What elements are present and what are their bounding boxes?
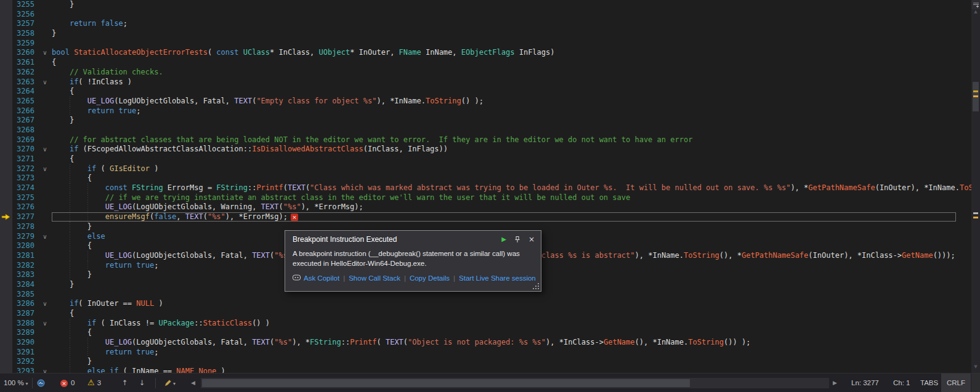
breakpoint-margin[interactable]	[0, 126, 12, 135]
code-text[interactable]: if ( GIsEditor )	[52, 164, 980, 174]
breakpoint-margin[interactable]	[0, 135, 12, 145]
breakpoint-margin[interactable]	[0, 116, 12, 126]
breakpoint-margin[interactable]	[0, 87, 12, 97]
code-text[interactable]: bool StaticAllocateObjectErrorTests( con…	[52, 48, 980, 58]
column-indicator[interactable]: Ch: 1	[893, 374, 910, 392]
code-text[interactable]	[52, 10, 980, 20]
code-text[interactable]: return true;	[52, 348, 980, 358]
warning-indicator[interactable]: ⚠3	[87, 374, 101, 392]
breakpoint-margin[interactable]	[0, 164, 12, 174]
code-text[interactable]: return true;	[52, 106, 980, 116]
code-text[interactable]: if( InOuter == NULL )	[52, 299, 980, 309]
code-text[interactable]: {	[52, 328, 980, 338]
breakpoint-margin[interactable]	[0, 222, 12, 232]
code-text[interactable]	[52, 39, 980, 49]
breakpoint-margin[interactable]	[0, 10, 12, 20]
eol-indicator[interactable]: CRLF	[941, 374, 971, 392]
breakpoint-margin[interactable]	[0, 328, 12, 338]
breakpoint-margin[interactable]	[0, 78, 12, 87]
breakpoint-margin[interactable]	[0, 280, 12, 290]
breakpoint-margin[interactable]	[0, 0, 12, 10]
vertical-scrollbar[interactable]: ▲ ▼	[971, 0, 980, 373]
copy-details-link[interactable]: Copy Details	[410, 274, 450, 282]
breakpoint-margin[interactable]	[0, 174, 12, 183]
code-text[interactable]: // if we are trying instantiate an abstr…	[52, 193, 980, 203]
breakpoint-margin[interactable]	[0, 193, 12, 203]
breakpoint-margin[interactable]	[0, 338, 12, 348]
breakpoint-margin[interactable]	[0, 232, 12, 242]
breakpoint-margin[interactable]	[0, 154, 12, 164]
continue-button[interactable]: ▶	[501, 236, 506, 243]
close-icon[interactable]: ×	[528, 236, 535, 243]
code-text[interactable]: ensureMsgf(false, TEXT("%s"), *ErrorMsg)…	[52, 212, 980, 222]
code-text[interactable]: if (FScopedAllowAbstractClassAllocation:…	[52, 145, 980, 154]
breakpoint-margin[interactable]	[0, 241, 12, 251]
breakpoint-margin[interactable]	[0, 68, 12, 78]
breakpoint-margin[interactable]	[0, 261, 12, 271]
prev-issue-button[interactable]: ↑	[122, 374, 128, 392]
code-text[interactable]: UE_LOG(LogUObjectGlobals, Fatal, TEXT("%…	[52, 338, 980, 348]
breakpoint-margin[interactable]	[0, 58, 12, 68]
breakpoint-margin[interactable]	[0, 319, 12, 329]
breakpoint-margin[interactable]	[0, 106, 12, 116]
fold-chevron-icon[interactable]: ∨	[38, 145, 52, 154]
error-indicator[interactable]: ×0	[60, 374, 75, 392]
code-text[interactable]: {	[52, 309, 980, 319]
execution-pointer-margin[interactable]	[0, 212, 12, 222]
code-cleanup-button[interactable]: ▾	[164, 374, 176, 392]
code-text[interactable]: {	[52, 174, 980, 183]
fold-chevron-icon[interactable]: ∨	[38, 164, 52, 174]
breakpoint-margin[interactable]	[0, 270, 12, 280]
show-call-stack-link[interactable]: Show Call Stack	[349, 274, 400, 282]
code-text[interactable]: return false;	[52, 19, 980, 29]
ask-copilot-link[interactable]: Ask Copilot	[304, 274, 339, 282]
code-text[interactable]: const FString ErrorMsg = FString::Printf…	[52, 183, 980, 193]
fold-chevron-icon[interactable]: ∨	[38, 319, 52, 329]
fold-chevron-icon[interactable]: ∨	[38, 367, 52, 373]
breakpoint-margin[interactable]	[0, 251, 12, 261]
breakpoint-margin[interactable]	[0, 183, 12, 193]
scroll-down-icon[interactable]: ▼	[971, 364, 980, 369]
breakpoint-margin[interactable]	[0, 39, 12, 49]
fold-chevron-icon[interactable]: ∨	[38, 232, 52, 242]
code-text[interactable]: UE_LOG(LogUObjectGlobals, Warning, TEXT(…	[52, 202, 980, 212]
breakpoint-margin[interactable]	[0, 29, 12, 39]
hscroll-left-arrow[interactable]: ◀	[191, 374, 195, 392]
breakpoint-margin[interactable]	[0, 348, 12, 358]
resize-grip[interactable]	[538, 288, 539, 289]
breakpoint-margin[interactable]	[0, 145, 12, 154]
code-text[interactable]: {	[52, 87, 980, 97]
code-text[interactable]: else if ( InName == NAME_None )	[52, 367, 980, 373]
start-live-share-link[interactable]: Start Live Share session	[459, 274, 536, 282]
line-indicator[interactable]: Ln: 3277	[851, 374, 879, 392]
fold-chevron-icon[interactable]: ∨	[38, 48, 52, 58]
split-editor-icon[interactable]	[971, 0, 980, 9]
code-text[interactable]: {	[52, 58, 980, 68]
code-text[interactable]: }	[52, 0, 980, 10]
breakpoint-margin[interactable]	[0, 357, 12, 367]
code-text[interactable]: if( !InClass )	[52, 78, 980, 87]
code-text[interactable]: }	[52, 116, 980, 126]
code-text[interactable]: if ( InClass != UPackage::StaticClass() …	[52, 319, 980, 329]
code-text[interactable]: UE_LOG(LogUObjectGlobals, Fatal, TEXT("E…	[52, 97, 980, 106]
pin-icon[interactable]	[514, 236, 521, 244]
breakpoint-margin[interactable]	[0, 202, 12, 212]
fold-chevron-icon[interactable]: ∨	[38, 299, 52, 309]
code-area[interactable]: 3255 }32563257 return false;3258}3259326…	[0, 0, 980, 373]
code-text[interactable]: {	[52, 154, 980, 164]
breakpoint-margin[interactable]	[0, 97, 12, 106]
zoom-control[interactable]: 100 %▾	[4, 374, 28, 392]
breakpoint-margin[interactable]	[0, 48, 12, 58]
breakpoint-margin[interactable]	[0, 290, 12, 300]
scroll-up-icon[interactable]: ▲	[971, 9, 980, 14]
breakpoint-margin[interactable]	[0, 299, 12, 309]
code-text[interactable]: }	[52, 357, 980, 367]
horizontal-scrollbar[interactable]	[201, 378, 829, 388]
code-text[interactable]	[52, 126, 980, 135]
tabs-indicator[interactable]: TABS	[920, 374, 938, 392]
code-text[interactable]: // for abstract classes that are being l…	[52, 135, 980, 145]
document-health-icon[interactable]	[37, 379, 45, 387]
code-text[interactable]: }	[52, 29, 980, 39]
next-issue-button[interactable]: ↓	[139, 374, 145, 392]
breakpoint-margin[interactable]	[0, 309, 12, 319]
